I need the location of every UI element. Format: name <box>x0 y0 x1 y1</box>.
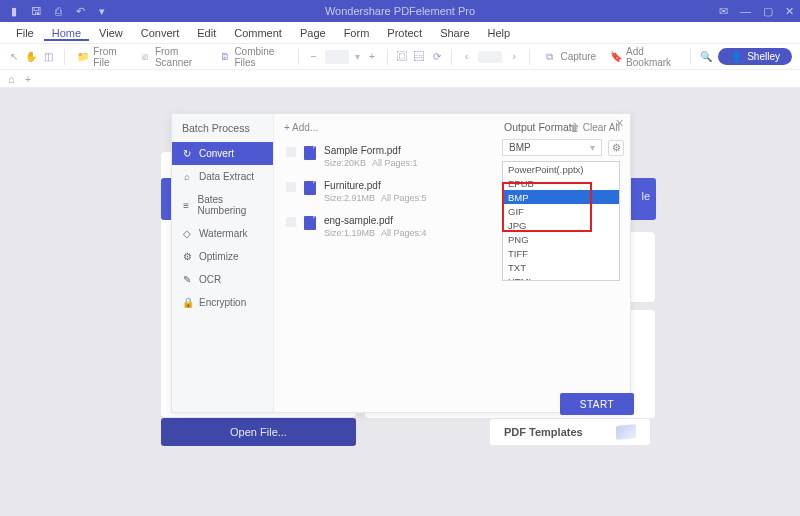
dropdown-option[interactable]: HTML <box>503 274 619 280</box>
rotate-icon[interactable]: ⟳ <box>431 50 442 64</box>
open-file-label: Open File... <box>230 426 287 438</box>
file-name: Sample Form.pdf <box>324 145 418 156</box>
pdf-templates-label: PDF Templates <box>504 426 583 438</box>
output-format-select[interactable]: BMP ▾ <box>502 139 602 156</box>
app-logo-icon: ▮ <box>8 5 20 18</box>
output-format-panel: Output Format BMP ▾ ⚙ PowerPoint(.pptx) … <box>502 113 632 156</box>
undo-icon[interactable]: ↶ <box>74 5 86 18</box>
encryption-icon: 🔒 <box>182 297 192 308</box>
dropdown-option[interactable]: BMP <box>503 190 619 204</box>
menu-view[interactable]: View <box>91 25 131 41</box>
minimize-icon[interactable]: — <box>740 5 751 17</box>
user-icon: 👤 <box>730 51 742 62</box>
fit-width-icon[interactable]: ⿴ <box>396 50 407 64</box>
start-button[interactable]: START <box>560 393 634 415</box>
convert-icon: ↻ <box>182 148 192 159</box>
menu-form[interactable]: Form <box>336 25 378 41</box>
dropdown-icon[interactable]: ▾ <box>96 5 108 18</box>
combine-files-button[interactable]: 🗎 Combine Files <box>215 46 289 68</box>
sidebar-item-convert[interactable]: ↻ Convert <box>172 142 273 165</box>
optimize-icon: ⚙ <box>182 251 192 262</box>
output-title: Output Format <box>502 113 632 139</box>
output-format-dropdown: PowerPoint(.pptx) EPUB BMP GIF JPG PNG T… <box>502 161 620 281</box>
file-checkbox[interactable] <box>286 217 296 227</box>
sidebar-item-optimize[interactable]: ⚙ Optimize <box>172 245 273 268</box>
user-pill[interactable]: 👤 Shelley <box>718 48 792 65</box>
bookmark-label: Add Bookmark <box>626 46 677 68</box>
sidebar-label: Convert <box>199 148 234 159</box>
ocr-icon: ✎ <box>182 274 192 285</box>
file-checkbox[interactable] <box>286 182 296 192</box>
save-icon[interactable]: 🖫 <box>30 5 42 17</box>
menu-help[interactable]: Help <box>480 25 519 41</box>
dropdown-option[interactable]: PowerPoint(.pptx) <box>503 162 619 176</box>
zoom-in-icon[interactable]: + <box>366 50 377 64</box>
sidebar-item-ocr[interactable]: ✎ OCR <box>172 268 273 291</box>
zoom-field[interactable] <box>325 50 349 64</box>
from-scanner-label: From Scanner <box>155 46 205 68</box>
toolbar: ↖ ✋ ◫ 📁 From File ⎚ From Scanner 🗎 Combi… <box>0 44 800 70</box>
select-icon[interactable]: ◫ <box>43 50 54 64</box>
dropdown-option[interactable]: EPUB <box>503 176 619 190</box>
print-icon[interactable]: ⎙ <box>52 5 64 17</box>
gear-icon: ⚙ <box>612 142 621 153</box>
prev-page-icon[interactable]: ‹ <box>461 50 472 64</box>
zoom-out-icon[interactable]: − <box>308 50 319 64</box>
close-window-icon[interactable]: ✕ <box>785 5 794 18</box>
sidebar-item-encryption[interactable]: 🔒 Encryption <box>172 291 273 314</box>
menu-comment[interactable]: Comment <box>226 25 290 41</box>
sidebar-item-watermark[interactable]: ◇ Watermark <box>172 222 273 245</box>
titlebar: ▮ 🖫 ⎙ ↶ ▾ Wondershare PDFelement Pro ✉ —… <box>0 0 800 22</box>
menu-edit[interactable]: Edit <box>189 25 224 41</box>
page-number-field[interactable] <box>478 51 502 63</box>
from-file-button[interactable]: 📁 From File <box>73 46 129 68</box>
scanner-icon: ⎚ <box>140 50 151 64</box>
cursor-icon[interactable]: ↖ <box>8 50 19 64</box>
dropdown-option[interactable]: TIFF <box>503 246 619 260</box>
dropdown-option[interactable]: TXT <box>503 260 619 274</box>
from-scanner-button[interactable]: ⎚ From Scanner <box>136 46 209 68</box>
hand-icon[interactable]: ✋ <box>25 50 37 64</box>
menu-home[interactable]: Home <box>44 25 89 41</box>
menu-share[interactable]: Share <box>432 25 477 41</box>
data-extract-icon: ⌕ <box>182 171 192 182</box>
sidebar-label: Optimize <box>199 251 238 262</box>
chevron-down-icon: ▾ <box>590 142 595 153</box>
new-tab-icon[interactable]: + <box>25 73 31 85</box>
user-name: Shelley <box>747 51 780 62</box>
output-settings-button[interactable]: ⚙ <box>608 140 624 156</box>
menu-page[interactable]: Page <box>292 25 334 41</box>
watermark-icon: ◇ <box>182 228 192 239</box>
file-name: Furniture.pdf <box>324 180 427 191</box>
pdf-templates-tile[interactable]: PDF Templates <box>490 419 650 445</box>
pdf-file-icon <box>304 146 316 160</box>
maximize-icon[interactable]: ▢ <box>763 5 773 18</box>
start-label: START <box>580 399 614 410</box>
file-name: eng-sample.pdf <box>324 215 427 226</box>
menu-file[interactable]: File <box>8 25 42 41</box>
open-file-button[interactable]: Open File... <box>161 418 356 446</box>
file-checkbox[interactable] <box>286 147 296 157</box>
capture-label: Capture <box>561 51 597 62</box>
fit-page-icon[interactable]: ⿳ <box>414 50 425 64</box>
menu-protect[interactable]: Protect <box>379 25 430 41</box>
menu-convert[interactable]: Convert <box>133 25 188 41</box>
dropdown-option[interactable]: JPG <box>503 218 619 232</box>
mail-icon[interactable]: ✉ <box>719 5 728 18</box>
dropdown-option[interactable]: PNG <box>503 232 619 246</box>
sidebar-item-bates[interactable]: ≡ Bates Numbering <box>172 188 273 222</box>
combine-files-label: Combine Files <box>234 46 285 68</box>
sidebar-item-data-extract[interactable]: ⌕ Data Extract <box>172 165 273 188</box>
search-icon[interactable]: 🔍 <box>700 50 712 64</box>
capture-button[interactable]: ⧉ Capture <box>539 50 601 64</box>
sidebar-label: Encryption <box>199 297 246 308</box>
add-file-button[interactable]: + Add... <box>284 122 318 133</box>
next-page-icon[interactable]: › <box>508 50 519 64</box>
home-tab-icon[interactable]: ⌂ <box>8 73 15 85</box>
capture-icon: ⧉ <box>543 50 557 64</box>
dropdown-option[interactable]: GIF <box>503 204 619 218</box>
folder-icon: 📁 <box>77 50 89 64</box>
from-file-label: From File <box>93 46 125 68</box>
bookmark-icon: 🔖 <box>610 50 622 64</box>
bookmark-button[interactable]: 🔖 Add Bookmark <box>606 46 681 68</box>
